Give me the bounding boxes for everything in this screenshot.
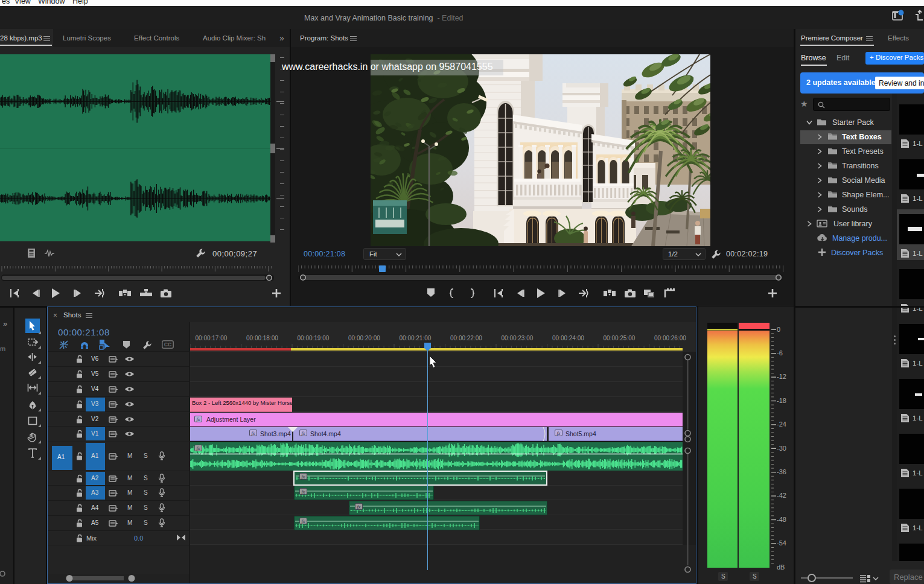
svg-text:fx: fx (197, 417, 200, 422)
svg-text:fx: fx (197, 446, 200, 451)
svg-text:fx: fx (357, 504, 361, 510)
svg-text:CC: CC (164, 341, 171, 348)
svg-text:fx: fx (302, 489, 305, 495)
svg-text:fx: fx (302, 431, 305, 436)
svg-text:fx: fx (252, 431, 255, 436)
svg-text:fx: fx (557, 431, 561, 436)
svg-text:fx: fx (302, 519, 305, 524)
svg-text:fx: fx (302, 474, 305, 480)
